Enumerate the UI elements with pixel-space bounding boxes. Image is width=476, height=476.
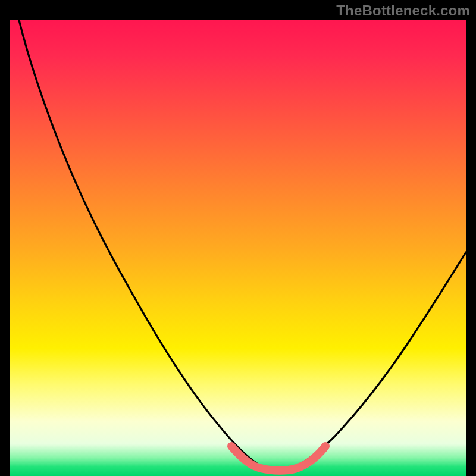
plot-area [10, 20, 466, 476]
chart-container: TheBottleneck.com [0, 0, 476, 476]
chart-svg [10, 20, 466, 476]
bottleneck-curve [19, 20, 466, 469]
valley-highlight [231, 446, 325, 471]
watermark-text: TheBottleneck.com [336, 2, 470, 19]
